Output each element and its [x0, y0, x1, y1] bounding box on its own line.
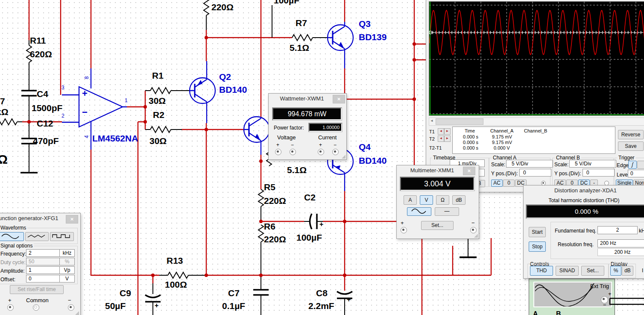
t1-time: 0.000 s [463, 134, 478, 139]
oscilloscope-symbol-screen [533, 282, 612, 307]
square-wave-button[interactable] [50, 232, 74, 241]
scrollbar-left-icon[interactable]: ◄ [430, 119, 433, 123]
ext-trig-wires [604, 294, 644, 307]
reverse-button[interactable]: Reverse [618, 130, 644, 139]
diff-time: 0.000 s [463, 145, 478, 150]
fg-common-terminal[interactable] [33, 304, 39, 311]
channel-a-0-button[interactable]: 0 [503, 180, 515, 187]
wattmeter-iplus-terminal[interactable] [318, 149, 324, 155]
fundamental-freq-field[interactable]: 2 [597, 226, 638, 234]
wattmeter-voltage-label: Voltage [277, 134, 296, 141]
multisim-workspace: R11620ΩC41500pFC12470pF7kΩΩLM4562NA32184… [0, 0, 644, 315]
fg-plus-terminal[interactable] [7, 304, 14, 311]
duty-cycle-label: Duty cycle: [0, 259, 26, 265]
wattmeter-current-label: Current [318, 134, 337, 141]
save-button[interactable]: Save [618, 141, 644, 151]
distortion-analyzer-window[interactable]: Distortion analyzer-XDA1 Total harmonic … [523, 185, 644, 279]
col-channel-a: Channel_A [490, 128, 513, 133]
multimeter-minus-label: − [471, 220, 475, 227]
thd-button[interactable]: THD [530, 266, 553, 276]
fg-minus-label: − [68, 297, 71, 304]
distortion-reading: 0.000 % [526, 205, 644, 218]
wattmeter-vminus-terminal[interactable] [290, 149, 296, 155]
fg-plus-label: + [8, 297, 12, 304]
t2-time: 0.000 s [463, 140, 478, 145]
frequency-unit: kHz [59, 249, 75, 257]
fg-resize-grip[interactable] [75, 311, 79, 315]
channel-a-ypos-field[interactable]: 0 [519, 169, 551, 177]
scrollbar-thumb[interactable] [436, 118, 483, 125]
wattmeter-vplus-label: + [276, 142, 279, 148]
distortion-set-button[interactable]: Set... [581, 266, 604, 276]
channel-b-scale-label: Scale: [554, 162, 568, 168]
fg-close-icon[interactable]: × [66, 215, 78, 224]
oscilloscope-symbol-trace [534, 283, 611, 306]
channel-a-ac-button[interactable]: AC [491, 180, 503, 187]
percent-button[interactable]: % [610, 266, 621, 276]
trigger-level-field[interactable]: 0 [628, 170, 644, 177]
multimeter-window[interactable]: Multimeter-XMM1 × 3.004 V A V Ω dB — + S… [396, 165, 479, 239]
set-rise-fall-button[interactable]: Set rise/Fall time [10, 285, 64, 294]
db-button[interactable]: dB [622, 266, 633, 276]
offset-label: Offset: [0, 277, 15, 283]
multimeter-volts-button[interactable]: V [420, 195, 433, 205]
multimeter-resize-grip[interactable] [474, 234, 478, 238]
sinad-button[interactable]: SINAD [556, 266, 579, 276]
multimeter-ohm-button[interactable]: Ω [436, 195, 449, 205]
t2-cha: 9.175 mV [492, 140, 512, 145]
edge-rising-button[interactable]: ʃ [628, 161, 637, 169]
wattmeter-resize-grip[interactable] [342, 155, 345, 159]
t2-left-button[interactable]: ◄ [438, 135, 444, 142]
distortion-clipped-text: I [642, 268, 643, 274]
wattmeter-pf-value: 1.00000 [309, 123, 342, 132]
wattmeter-iminus-terminal[interactable] [332, 149, 339, 155]
sine-wave-button[interactable] [0, 232, 24, 241]
frequency-field[interactable]: 2 [26, 249, 60, 257]
distortion-stop-button[interactable]: Stop [529, 241, 546, 252]
multimeter-ac-button[interactable] [407, 207, 431, 216]
t2-right-button[interactable]: ► [444, 135, 451, 142]
readings-panel: Time Channel_A Channel_B 0.000 s 9.175 m… [452, 127, 615, 154]
wattmeter-vplus-terminal[interactable] [275, 149, 281, 155]
fg-minus-terminal[interactable] [68, 304, 74, 311]
wattmeter-close-icon[interactable]: × [333, 95, 345, 103]
distortion-title[interactable]: Distortion analyzer-XDA1 [524, 185, 644, 196]
channel-b-scale-field[interactable]: 5 V/Div [569, 160, 616, 168]
trigger-label: Trigger [617, 155, 636, 161]
distortion-start-button[interactable]: Start [529, 227, 546, 237]
multimeter-set-button[interactable]: Set... [421, 221, 454, 230]
oscilloscope-scrollbar[interactable]: ◄ [429, 118, 644, 126]
multimeter-dc-button[interactable]: — [435, 207, 459, 216]
t1-right-button[interactable]: ► [444, 128, 451, 135]
function-generator-window[interactable]: Function generator-XFG1 × Waveforms Sign… [0, 213, 81, 315]
oscilloscope-display [429, 1, 644, 116]
channel-a-scale-field[interactable]: 5 V/Div [506, 160, 553, 168]
multimeter-db-button[interactable]: dB [452, 195, 465, 205]
triangle-icon [26, 233, 47, 240]
fundamental-freq-label: Fundamental freq. [555, 228, 596, 234]
edge-falling-button[interactable] [637, 161, 644, 169]
multimeter-amps-button[interactable]: A [404, 195, 417, 205]
wattmeter-window[interactable]: Wattmeter-XWM1 × 994.678 mW Power factor… [268, 93, 347, 160]
multimeter-minus-terminal[interactable] [470, 227, 477, 233]
t1-left-button[interactable]: ◄ [438, 128, 444, 135]
oscilloscope-window[interactable]: ◄ T1 ◄ ► T2 ◄ ► T2-T1 Time Channel_A Cha… [426, 0, 644, 192]
wattmeter-vminus-label: − [291, 142, 294, 148]
signal-options-label: Signal options [0, 243, 34, 249]
amplitude-field[interactable]: 1 [26, 266, 60, 274]
wattmeter-iplus-label: + [319, 142, 322, 148]
resolution-freq-dropdown[interactable]: 200 Hz [597, 239, 644, 247]
triangle-wave-button[interactable] [25, 232, 49, 241]
col-channel-b: Channel_B [524, 128, 547, 133]
channel-b-ypos-label: Y pos.(Div): [554, 171, 581, 177]
multimeter-plus-terminal[interactable] [401, 227, 407, 233]
offset-unit: V [59, 275, 75, 283]
wires-red [22, 0, 491, 315]
oscilloscope-symbol[interactable] [529, 279, 615, 315]
multimeter-close-icon[interactable]: × [463, 167, 475, 175]
sine-icon [407, 208, 430, 215]
channel-b-ypos-field[interactable]: 0 [583, 169, 615, 177]
t1-cha: 9.175 mV [492, 134, 512, 139]
offset-field[interactable]: 0 [26, 275, 60, 283]
duty-cycle-field[interactable]: 50 [26, 258, 60, 265]
